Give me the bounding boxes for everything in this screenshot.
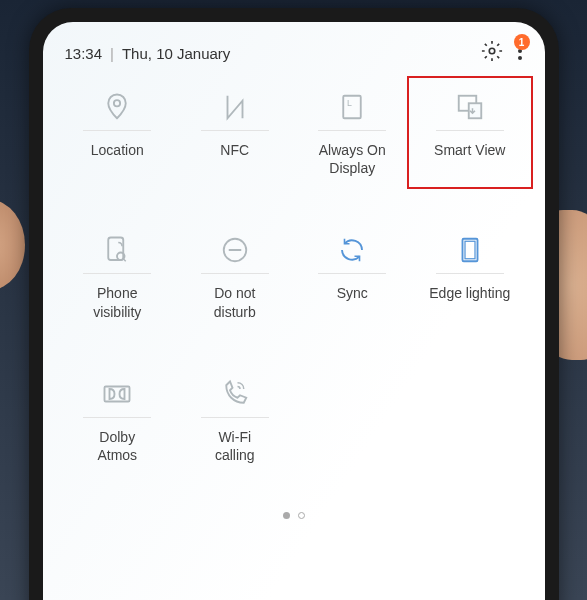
divider: |: [110, 45, 114, 62]
divider: [318, 130, 386, 131]
clock-time: 13:34: [65, 45, 103, 62]
quick-settings-grid: Location NFC L Alw: [43, 90, 545, 464]
divider: [83, 417, 151, 418]
more-options-icon[interactable]: 1: [517, 41, 523, 65]
page-dot-1[interactable]: [283, 512, 290, 519]
settings-gear-icon[interactable]: [481, 40, 503, 66]
pagination-dots[interactable]: [43, 512, 545, 519]
edge-lighting-icon: [453, 233, 487, 267]
tile-sync[interactable]: Sync: [294, 233, 412, 320]
phone-frame: 13:34 | Thu, 10 January: [29, 8, 559, 600]
tile-nfc[interactable]: NFC: [176, 90, 294, 177]
divider: [436, 273, 504, 274]
page-dot-2[interactable]: [298, 512, 305, 519]
svg-text:L: L: [347, 98, 352, 108]
tile-dolby-atmos[interactable]: Dolby Atmos: [59, 377, 177, 464]
tile-edge-lighting[interactable]: Edge lighting: [411, 233, 529, 320]
tile-always-on-display[interactable]: L Always On Display: [294, 90, 412, 177]
divider: [83, 130, 151, 131]
do-not-disturb-icon: [218, 233, 252, 267]
screen: 13:34 | Thu, 10 January: [43, 22, 545, 600]
divider: [201, 130, 269, 131]
tile-label: Always On Display: [319, 141, 386, 177]
tile-do-not-disturb[interactable]: Do not disturb: [176, 233, 294, 320]
svg-point-3: [518, 56, 522, 60]
tile-phone-visibility[interactable]: Phone visibility: [59, 233, 177, 320]
tile-label: Location: [91, 141, 144, 177]
svg-point-4: [114, 100, 120, 106]
svg-rect-15: [105, 386, 130, 401]
tile-wifi-calling[interactable]: Wi-Fi calling: [176, 377, 294, 464]
tile-location[interactable]: Location: [59, 90, 177, 177]
location-pin-icon: [100, 90, 134, 124]
tile-label: Dolby Atmos: [97, 428, 137, 464]
divider: [201, 273, 269, 274]
tile-label: Do not disturb: [214, 284, 256, 320]
divider: [201, 417, 269, 418]
status-date: Thu, 10 January: [122, 45, 230, 62]
status-right: 1: [481, 40, 523, 66]
svg-rect-14: [465, 242, 475, 260]
tile-label: Edge lighting: [429, 284, 510, 320]
tile-label: Sync: [337, 284, 368, 320]
always-on-display-icon: L: [335, 90, 369, 124]
hand-left: [0, 200, 25, 290]
sync-icon: [335, 233, 369, 267]
svg-rect-9: [109, 238, 124, 261]
divider: [318, 273, 386, 274]
svg-point-0: [489, 48, 495, 54]
status-left: 13:34 | Thu, 10 January: [65, 45, 231, 62]
svg-rect-5: [344, 96, 362, 119]
tile-label: Phone visibility: [93, 284, 141, 320]
tile-label: NFC: [220, 141, 249, 177]
tile-smart-view[interactable]: Smart View: [411, 90, 529, 177]
notification-badge: 1: [514, 34, 530, 50]
dolby-atmos-icon: [100, 377, 134, 411]
tile-label: Wi-Fi calling: [215, 428, 255, 464]
status-bar: 13:34 | Thu, 10 January: [43, 22, 545, 76]
phone-visibility-icon: [100, 233, 134, 267]
nfc-icon: [218, 90, 252, 124]
wifi-calling-icon: [218, 377, 252, 411]
divider: [83, 273, 151, 274]
highlight-box: [407, 76, 533, 189]
